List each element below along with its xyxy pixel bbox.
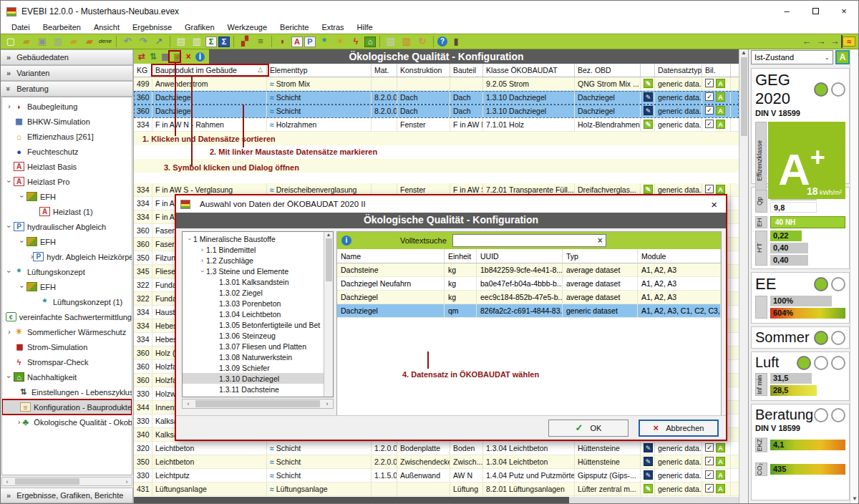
sidebar-section-beratung[interactable]: » Beratung <box>1 81 133 97</box>
tree-item[interactable]: › EFH <box>2 189 132 204</box>
category-item[interactable]: 1.3.09 Schiefer <box>183 362 333 373</box>
tree-item[interactable]: › ♣ Ökologische Qualität - Okobi <box>2 415 132 430</box>
toolbar-icon[interactable]: ↶ <box>120 35 135 48</box>
column-klasse[interactable]: Klasse ÖKOBAUDAT <box>483 64 575 77</box>
scroll-right-icon[interactable]: › <box>122 478 132 485</box>
column-datensatztyp[interactable]: Datensatztyp <box>655 64 702 77</box>
toolbar-icon[interactable]: * <box>317 35 331 48</box>
toolbar-icon[interactable]: ▥ <box>399 35 414 48</box>
sidebar-section-ergebnisse[interactable]: » Ergebnisse, Grafiken, Berichte <box>1 488 133 503</box>
category-item[interactable]: › 1 Mineralische Baustoffe <box>183 233 333 244</box>
tree-item[interactable]: › * Lüftungskonzept <box>2 264 132 279</box>
expander-icon[interactable]: › <box>198 257 206 264</box>
toolbar-icon[interactable]: ▤ <box>384 35 398 48</box>
bilanz-checkbox[interactable]: ✓ <box>705 92 714 101</box>
scroll-left-icon[interactable]: ‹ <box>183 400 194 407</box>
column-konstruktion[interactable]: Konstruktion <box>397 64 450 77</box>
bilanz-checkbox[interactable]: ✓ <box>705 185 714 193</box>
menu-item[interactable]: Ansicht <box>87 22 126 33</box>
bilanz-checkbox[interactable]: ✓ <box>705 484 714 493</box>
column-mat[interactable]: Mat. <box>372 64 397 77</box>
category-item[interactable]: 1.3.02 Ziegel <box>183 287 333 298</box>
toolbar-icon[interactable]: A <box>291 37 303 47</box>
tree-item[interactable]: ⌂ Effizienzhaus [261] <box>2 129 132 144</box>
toolbar-icon[interactable]: ↗ <box>152 35 166 48</box>
tree-item[interactable]: A Heizlast Basis <box>2 159 132 174</box>
toolbar-icon[interactable]: P <box>304 37 316 47</box>
table-row[interactable]: 431 Lüftungsanlage ≈Lüftungsanlage Lüftu… <box>134 483 739 496</box>
table-row[interactable]: 360 Dachziegel ≈Schicht 8.2.0.0 Dach Dac… <box>134 105 739 118</box>
expander-icon[interactable]: › <box>18 238 26 246</box>
toolbar-nav-icon[interactable]: → <box>814 35 828 48</box>
search-input[interactable] <box>453 236 595 246</box>
toolbar-icon[interactable]: ▣ <box>35 35 49 48</box>
tree-item[interactable]: ≡ Konfiguration - Bauprodukte <box>2 399 132 415</box>
toolbar-icon[interactable]: ▰ <box>67 35 81 48</box>
scroll-right-icon[interactable]: › <box>321 400 333 407</box>
scroll-left-icon[interactable]: ‹ <box>2 478 12 485</box>
scroll-thumb[interactable] <box>134 497 569 503</box>
tree-item[interactable]: ⇅ Einstellungen - Lebenszyklus <box>2 384 132 399</box>
column-einheit[interactable]: Einheit <box>445 249 477 263</box>
tree-item[interactable]: ▦ BHKW-Simulation <box>2 114 132 129</box>
column-kg[interactable]: KG <box>134 64 152 77</box>
dataset-row[interactable]: Dachziegel kg eec9c184-852b-47e5-b... av… <box>337 291 721 304</box>
toolbar-nav-icon[interactable]: → <box>828 35 843 48</box>
expander-icon[interactable]: › <box>185 236 193 243</box>
category-item[interactable]: 1.3.07 Fliesen und Platten <box>183 341 333 352</box>
bilanz-checkbox[interactable]: ✓ <box>705 470 714 479</box>
toolbar-icon[interactable]: Σ <box>218 37 230 47</box>
menu-item[interactable]: Ergebnisse <box>126 22 178 33</box>
clear-search-icon[interactable]: × <box>595 236 606 246</box>
toolbar-icon[interactable]: ⌂ <box>364 37 376 47</box>
menu-item[interactable]: Berichte <box>273 22 315 33</box>
column-module[interactable]: Module <box>638 249 721 263</box>
column-bil[interactable]: Bil. <box>702 64 731 77</box>
ok-button[interactable]: ✓ OK <box>548 420 629 437</box>
dialog-close-icon[interactable]: × <box>707 198 722 210</box>
toolbar-icon[interactable]: ▥ <box>190 35 204 48</box>
category-item[interactable]: 1.3.12 Faserzement <box>183 394 333 397</box>
column-typ[interactable]: Typ <box>563 249 638 263</box>
toolbar-icon[interactable]: ▞ <box>238 35 252 48</box>
tree-item[interactable]: › ⌂ Nachhaltigkeit <box>2 369 132 384</box>
panel-scrollbar[interactable]: ▼ <box>850 49 858 503</box>
toolbar-nav-icon[interactable]: ← <box>800 35 814 48</box>
column-icon[interactable] <box>641 64 655 77</box>
expander-icon[interactable]: › <box>5 178 14 185</box>
tree-item[interactable]: ϟ Stromspar-Check <box>2 354 132 369</box>
minimize-button[interactable]: – <box>772 1 801 22</box>
tree-item[interactable]: ▮▮ Strom-Simulation <box>2 339 132 354</box>
category-item[interactable]: 1.3.11 Dachsteine <box>183 384 333 394</box>
dialog-tree-vscrollbar[interactable]: ▲ <box>324 232 333 397</box>
category-item[interactable]: 1.3.10 Dachziegel <box>183 373 333 384</box>
category-item[interactable]: 1.3.01 Kalksandstein <box>183 276 333 287</box>
dataset-row[interactable]: Dachziegel qm 826fa2c2-c691-4844-83... g… <box>337 304 721 318</box>
toolbar-icon[interactable] <box>233 36 234 47</box>
expander-icon[interactable]: › <box>5 223 14 231</box>
expander-icon[interactable]: › <box>18 193 26 200</box>
toolbar-icon[interactable]: ▥ <box>51 35 65 48</box>
category-item[interactable]: › 1.1 Bindemittel <box>183 244 333 255</box>
table-row[interactable]: 330 Leichtputz ≈Schicht 1.1.5.0 Außenwan… <box>134 469 739 483</box>
tree-item[interactable]: › EFH <box>2 234 132 249</box>
expander-icon[interactable]: › <box>5 268 14 276</box>
tree-item[interactable]: € vereinfachte Sachwertermittlung <box>2 309 132 324</box>
scroll-up-icon[interactable]: ▲ <box>741 49 747 56</box>
expander-icon[interactable]: › <box>5 373 14 381</box>
scroll-thumb[interactable] <box>741 57 747 136</box>
toolbar-icon[interactable]: ≡ <box>253 35 268 48</box>
expander-icon[interactable]: › <box>18 283 26 291</box>
menu-item[interactable]: Extras <box>315 22 350 33</box>
refresh-sort-icon[interactable]: ⇅ <box>150 52 157 62</box>
toolbar-icon[interactable]: ◗ <box>276 35 290 48</box>
category-item[interactable]: 1.3.04 Leichtbeton <box>183 309 333 319</box>
toolbar-icon[interactable]: ▰ <box>19 35 34 48</box>
menu-item[interactable]: Hilfe <box>351 22 379 33</box>
bilanz-checkbox[interactable]: ✓ <box>705 106 714 115</box>
toolbar-icon[interactable] <box>433 36 434 47</box>
table-row[interactable]: 350 Leichtbeton ≈Schicht 2.2.0.0 Zwische… <box>134 455 739 469</box>
toolbar-icon[interactable] <box>170 36 170 47</box>
scroll-thumb[interactable] <box>326 238 332 281</box>
variant-select[interactable]: Ist-Zustand ⌄ <box>751 50 833 64</box>
